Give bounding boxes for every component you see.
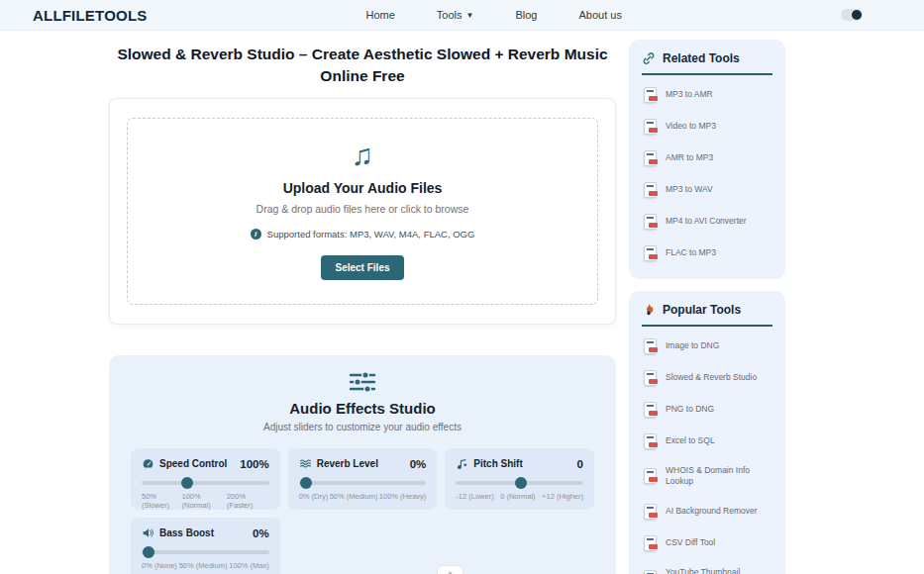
related-tool-flac-to-mp3[interactable]: FLAC to MP3 xyxy=(642,238,772,269)
popular-tool-slowed-reverb[interactable]: Slowed & Reverb Studio xyxy=(642,362,772,394)
file-icon xyxy=(644,570,657,574)
supported-formats: i Supported formats: MP3, WAV, M4A, FLAC… xyxy=(138,229,587,239)
file-icon xyxy=(644,433,657,449)
file-icon xyxy=(644,402,657,418)
pitch-slider[interactable] xyxy=(456,481,583,485)
slider-value: 100% xyxy=(240,458,268,470)
related-tool-video-to-mp3[interactable]: Video to MP3 xyxy=(642,111,772,143)
slider-label: Bass Boost xyxy=(159,527,214,538)
file-icon xyxy=(644,338,657,354)
file-icon xyxy=(644,370,657,386)
formats-text: Supported formats: MP3, WAV, M4A, FLAC, … xyxy=(267,229,475,239)
popular-tools-list: Image to DNG Slowed & Reverb Studio PNG … xyxy=(642,331,772,574)
site-logo[interactable]: ALLFILETOOLS xyxy=(33,7,147,24)
slider-label: Pitch Shift xyxy=(473,458,522,469)
popular-tool-ai-bg-remover[interactable]: AI Background Remover xyxy=(642,496,772,527)
select-files-button[interactable]: Select Files xyxy=(321,255,403,280)
popular-tool-png-to-dng[interactable]: PNG to DNG xyxy=(642,394,772,426)
flame-icon xyxy=(642,303,656,317)
speaker-icon xyxy=(142,526,154,539)
related-tools-title: Related Tools xyxy=(663,51,740,65)
file-icon xyxy=(644,87,657,103)
file-icon xyxy=(644,535,657,551)
popular-tool-whois-lookup[interactable]: WHOIS & Domain Info Lookup xyxy=(642,457,772,496)
slider-value: 0% xyxy=(253,527,269,539)
chevron-down-icon: ⌄ xyxy=(447,566,455,574)
upload-card: ♫ Upload Your Audio Files Drag & drop au… xyxy=(109,98,616,325)
file-icon xyxy=(644,150,657,166)
slider-label: Reverb Level xyxy=(317,458,378,469)
popular-tools-title: Popular Tools xyxy=(663,303,741,317)
file-icon xyxy=(644,214,657,230)
main-nav: Home Tools ▼ Blog About us xyxy=(147,9,841,21)
waves-icon xyxy=(299,457,312,470)
effects-subtitle: Adjust sliders to customize your audio e… xyxy=(131,422,594,432)
chevron-down-icon: ▼ xyxy=(466,11,474,20)
nav-blog[interactable]: Blog xyxy=(515,9,537,21)
slider-grid: Speed Control 100% 50% (Slower)100% (Nor… xyxy=(131,448,594,574)
upload-subtitle: Drag & drop audio files here or click to… xyxy=(138,203,587,215)
bass-boost-card: Bass Boost 0% 0% (None)50% (Medium)100% … xyxy=(131,518,280,574)
top-nav: ALLFILETOOLS Home Tools ▼ Blog About us xyxy=(0,0,924,31)
slider-scale: 0% (Dry)50% (Medium)100% (Heavy) xyxy=(299,492,427,501)
slider-scale: 50% (Slower)100% (Normal)200% (Faster) xyxy=(142,492,269,510)
related-tool-mp3-to-amr[interactable]: MP3 to AMR xyxy=(642,79,772,111)
theme-toggle[interactable] xyxy=(841,9,863,21)
slider-thumb[interactable] xyxy=(300,477,312,489)
toggle-knob-icon xyxy=(852,10,862,20)
slider-value: 0 xyxy=(577,458,583,470)
popular-tools-card: Popular Tools Image to DNG Slowed & Reve… xyxy=(629,291,785,574)
nav-home[interactable]: Home xyxy=(366,9,395,21)
slider-thumb[interactable] xyxy=(181,477,193,489)
related-tools-list: MP3 to AMR Video to MP3 AMR to MP3 MP3 t… xyxy=(642,79,772,269)
gauge-icon xyxy=(142,457,154,470)
upload-title: Upload Your Audio Files xyxy=(138,180,587,196)
slider-value: 0% xyxy=(410,458,427,470)
bass-slider[interactable] xyxy=(142,550,269,554)
reverb-level-card: Reverb Level 0% 0% (Dry)50% (Medium)100%… xyxy=(288,448,438,510)
popular-tool-youtube-thumbnail[interactable]: YouTube Thumbnail Downloader xyxy=(642,559,772,574)
slider-scale: 0% (None)50% (Medium)100% (Max) xyxy=(142,561,269,570)
file-icon xyxy=(644,245,657,261)
music-note-icon xyxy=(456,457,468,470)
page-title: Slowed & Reverb Studio – Create Aestheti… xyxy=(109,40,616,86)
slider-thumb[interactable] xyxy=(515,477,527,489)
slider-label: Speed Control xyxy=(159,458,227,469)
nav-tools[interactable]: Tools ▼ xyxy=(437,9,474,21)
slider-scale: -12 (Lower)0 (Normal)+12 (Higher) xyxy=(456,492,583,501)
related-tool-mp3-to-wav[interactable]: MP3 to WAV xyxy=(642,174,772,206)
popular-tool-excel-to-sql[interactable]: Excel to SQL xyxy=(642,426,772,457)
link-icon xyxy=(642,51,656,65)
related-tool-amr-to-mp3[interactable]: AMR to MP3 xyxy=(642,143,772,174)
equalizer-icon xyxy=(347,371,378,393)
audio-dropzone[interactable]: ♫ Upload Your Audio Files Drag & drop au… xyxy=(127,118,598,305)
file-icon xyxy=(644,468,657,484)
related-tools-card: Related Tools MP3 to AMR Video to MP3 AM… xyxy=(629,40,785,279)
file-icon xyxy=(644,504,657,520)
effects-section: Audio Effects Studio Adjust sliders to c… xyxy=(109,355,616,574)
related-tool-mp4-to-avi[interactable]: MP4 to AVI Converter xyxy=(642,206,772,238)
speed-control-card: Speed Control 100% 50% (Slower)100% (Nor… xyxy=(131,448,280,510)
music-note-icon: ♫ xyxy=(138,141,587,170)
effects-title: Audio Effects Studio xyxy=(131,400,594,417)
file-icon xyxy=(644,119,657,135)
slider-thumb[interactable] xyxy=(143,546,154,558)
speed-slider[interactable] xyxy=(142,481,269,485)
pitch-shift-card: Pitch Shift 0 -12 (Lower)0 (Normal)+12 (… xyxy=(445,448,594,510)
reverb-slider[interactable] xyxy=(299,481,427,485)
info-icon: i xyxy=(251,229,261,239)
scroll-expand-button[interactable]: ⌄ xyxy=(437,565,463,574)
popular-tool-csv-diff[interactable]: CSV Diff Tool xyxy=(642,527,772,559)
file-icon xyxy=(644,182,657,198)
popular-tool-image-to-dng[interactable]: Image to DNG xyxy=(642,331,772,362)
nav-about[interactable]: About us xyxy=(579,9,622,21)
